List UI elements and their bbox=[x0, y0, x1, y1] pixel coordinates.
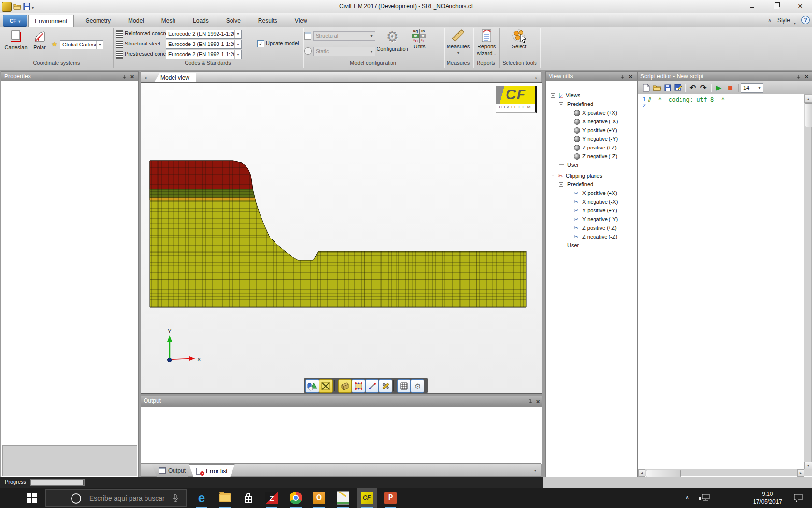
collapse-icon[interactable] bbox=[559, 102, 563, 106]
run-script-icon[interactable] bbox=[714, 83, 724, 92]
tree-item-clipping-planes[interactable]: Clipping planes bbox=[546, 171, 636, 180]
taskbar-chrome[interactable] bbox=[289, 491, 303, 505]
tree-item-plane-z-negative[interactable]: Z negative (-Z) bbox=[546, 232, 636, 241]
tray-clock[interactable]: 9:10 17/05/2017 bbox=[747, 490, 788, 506]
tab-environment[interactable]: Environment bbox=[28, 15, 74, 28]
structural-steel-select[interactable]: Eurocode 3 (EN 1993-1-1:200 bbox=[166, 40, 242, 49]
script-code-area[interactable]: 1 2 # -*- coding: utf-8 -*- bbox=[638, 94, 804, 469]
default-cs-star-icon[interactable] bbox=[51, 40, 58, 48]
microphone-icon[interactable] bbox=[173, 494, 178, 503]
measures-button[interactable]: Measures bbox=[446, 28, 471, 55]
close-panel-icon[interactable] bbox=[627, 74, 634, 80]
tree-item-predefined-planes[interactable]: Predefined bbox=[546, 180, 636, 189]
view-settings-button[interactable] bbox=[411, 379, 424, 393]
line-display-button[interactable] bbox=[365, 379, 379, 393]
tab-loads[interactable]: Loads bbox=[187, 15, 215, 27]
taskbar-store[interactable] bbox=[242, 491, 255, 505]
tree-item-plane-x-negative[interactable]: X negative (-X) bbox=[546, 197, 636, 206]
tree-item-view-x-negative[interactable]: X negative (-X) bbox=[546, 117, 636, 126]
tree-item-user-views[interactable]: User bbox=[546, 161, 636, 169]
coordinate-system-select[interactable]: Global Cartesia bbox=[60, 40, 103, 49]
taskbar-notes[interactable] bbox=[336, 491, 350, 505]
solution-type-select[interactable]: Static bbox=[313, 47, 375, 56]
tree-item-plane-y-positive[interactable]: Y positive (+Y) bbox=[546, 206, 636, 215]
units-button[interactable]: kg lb m ft °C °F Units bbox=[409, 29, 430, 49]
save-script-icon[interactable] bbox=[663, 83, 672, 92]
restore-button[interactable] bbox=[768, 0, 785, 13]
tree-item-predefined-views[interactable]: Predefined bbox=[546, 100, 636, 108]
tab-model-view[interactable]: Model view bbox=[154, 73, 196, 83]
tab-view[interactable]: View bbox=[289, 15, 314, 27]
search-box[interactable]: Escribe aquí para buscar bbox=[45, 489, 187, 507]
hide-geometry-button[interactable] bbox=[319, 379, 333, 393]
collapse-icon[interactable] bbox=[551, 93, 555, 98]
redo-icon[interactable] bbox=[698, 83, 708, 92]
taskbar-outlook[interactable]: O bbox=[312, 491, 326, 505]
scroll-down-icon[interactable] bbox=[804, 462, 812, 469]
show-geometry-button[interactable] bbox=[305, 379, 319, 393]
fem-mesh[interactable]: X Y bbox=[141, 83, 542, 392]
tree-item-plane-z-positive[interactable]: Z positive (+Z) bbox=[546, 224, 636, 232]
tree-item-view-z-negative[interactable]: Z negative (-Z) bbox=[546, 152, 636, 161]
tree-item-view-z-positive[interactable]: Z positive (+Z) bbox=[546, 143, 636, 152]
tree-item-user-planes[interactable]: User bbox=[546, 241, 636, 250]
taskbar-z-app[interactable]: Z bbox=[265, 491, 278, 505]
analysis-type-select[interactable]: Structural bbox=[313, 31, 375, 41]
tree-item-plane-y-negative[interactable]: Y negative (-Y) bbox=[546, 215, 636, 224]
close-button[interactable] bbox=[792, 0, 809, 13]
taskbar-edge[interactable]: e bbox=[195, 491, 208, 505]
scrollbar-thumb[interactable] bbox=[646, 470, 681, 477]
save-script-as-icon[interactable] bbox=[673, 83, 683, 92]
font-size-select[interactable]: 14 bbox=[741, 83, 763, 93]
taskbar-explorer[interactable] bbox=[218, 491, 232, 505]
tree-item-view-y-positive[interactable]: Y positive (+Y) bbox=[546, 126, 636, 134]
tab-results[interactable]: Results bbox=[252, 15, 284, 27]
taskbar-powerpoint[interactable]: P bbox=[384, 491, 397, 505]
close-panel-icon[interactable] bbox=[129, 74, 135, 80]
pin-icon[interactable] bbox=[619, 74, 625, 80]
tab-output[interactable]: Output bbox=[152, 464, 192, 477]
polar-button[interactable]: Polar bbox=[29, 29, 50, 50]
taskbar-civilfem[interactable]: CF bbox=[360, 491, 374, 505]
tray-expand-icon[interactable] bbox=[685, 494, 689, 501]
configuration-button[interactable]: Configuration bbox=[376, 28, 409, 52]
model-view-canvas[interactable]: X Y CF CIVILFEM bbox=[141, 82, 542, 394]
tab-list-dropdown-icon[interactable] bbox=[532, 467, 538, 474]
tab-solve[interactable]: Solve bbox=[220, 15, 247, 27]
tree-item-view-x-positive[interactable]: X positive (+X) bbox=[546, 108, 636, 117]
vertical-scrollbar[interactable] bbox=[804, 94, 812, 469]
update-model-checkbox[interactable] bbox=[257, 40, 264, 47]
collapse-icon[interactable] bbox=[559, 182, 563, 187]
tab-error-list[interactable]: Error list bbox=[189, 464, 235, 478]
network-icon[interactable] bbox=[699, 494, 710, 502]
tab-mesh[interactable]: Mesh bbox=[155, 15, 182, 27]
undo-icon[interactable] bbox=[688, 83, 697, 92]
prestressed-concrete-select[interactable]: Eurocode 2 (EN 1992-1-1:200 bbox=[166, 50, 242, 59]
cartesian-button[interactable]: Cartesian bbox=[4, 29, 28, 50]
reinforced-concrete-select[interactable]: Eurocode 2 (EN 1992-1-1:200 bbox=[166, 30, 242, 39]
tree-item-plane-x-positive[interactable]: X positive (+X) bbox=[546, 189, 636, 197]
tree-item-view-y-negative[interactable]: Y negative (-Y) bbox=[546, 134, 636, 143]
scroll-left-icon[interactable] bbox=[638, 469, 645, 477]
file-menu-button[interactable]: CF bbox=[3, 15, 27, 27]
tab-model[interactable]: Model bbox=[122, 15, 150, 27]
start-button[interactable] bbox=[25, 491, 39, 505]
pin-icon[interactable] bbox=[795, 74, 801, 80]
scroll-up-icon[interactable] bbox=[804, 95, 812, 103]
scrollbar-thumb[interactable] bbox=[805, 103, 812, 127]
close-panel-icon[interactable] bbox=[803, 74, 810, 80]
style-menu[interactable]: Style bbox=[777, 17, 790, 24]
show-mesh-button[interactable] bbox=[338, 379, 352, 393]
action-center-icon[interactable] bbox=[794, 494, 803, 502]
open-script-icon[interactable] bbox=[652, 83, 662, 92]
scroll-right-icon[interactable] bbox=[798, 469, 804, 477]
reports-wizard-button[interactable]: Reports wizard... bbox=[475, 28, 499, 56]
tab-scroll-right-icon[interactable] bbox=[535, 74, 538, 81]
collapse-ribbon-icon[interactable] bbox=[768, 17, 772, 24]
close-panel-icon[interactable] bbox=[535, 398, 541, 404]
minimize-button[interactable] bbox=[743, 0, 761, 13]
tab-scroll-left-icon[interactable] bbox=[144, 74, 147, 81]
element-display-button[interactable] bbox=[352, 379, 365, 393]
new-script-icon[interactable] bbox=[641, 83, 651, 92]
pin-icon[interactable] bbox=[121, 74, 127, 80]
